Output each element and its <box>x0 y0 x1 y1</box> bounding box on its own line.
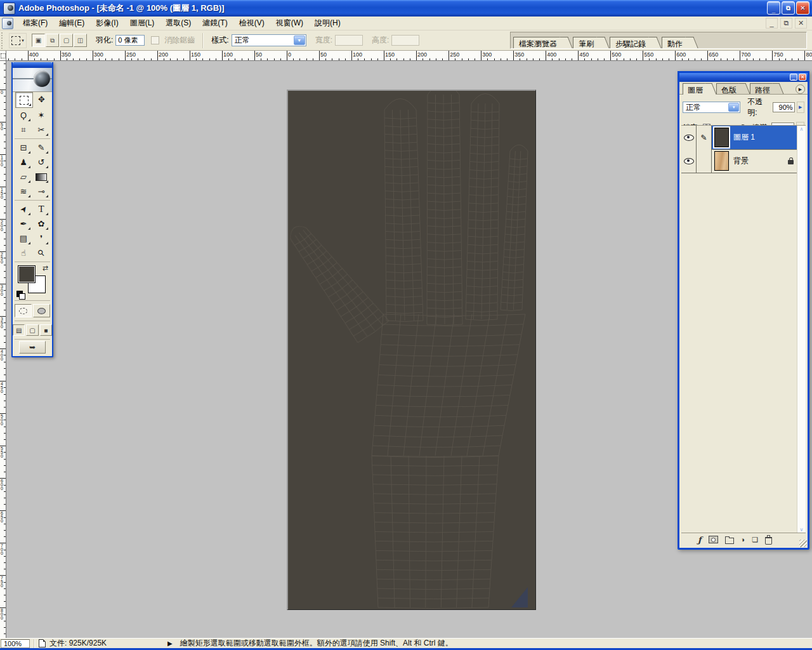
clone-stamp-tool[interactable]: ♟ <box>15 155 32 169</box>
layer-thumbnail[interactable] <box>714 128 729 147</box>
swap-colors-icon[interactable]: ⇄ <box>43 264 48 272</box>
move-tool[interactable]: ✥ <box>34 92 50 107</box>
layer-name[interactable]: 背景 <box>733 156 749 166</box>
tab-channels[interactable]: 色版 <box>716 83 745 94</box>
opacity-spinner[interactable]: ▶ <box>797 102 804 113</box>
layer-name[interactable]: 圖層 1 <box>733 132 755 143</box>
slice-tool[interactable]: ✂ <box>33 123 49 137</box>
magic-wand-tool[interactable]: ✶ <box>33 108 49 123</box>
photoshop-doc-icon[interactable] <box>2 18 13 29</box>
full-screen-menu-button[interactable]: ▢ <box>26 324 38 336</box>
layers-palette-title-bar[interactable]: _ ✕ <box>679 73 808 82</box>
notes-tool[interactable]: ▤ <box>15 231 32 246</box>
antialias-checkbox[interactable] <box>151 36 159 44</box>
current-tool-button[interactable]: ▾ <box>9 33 27 48</box>
add-layer-mask-button[interactable] <box>709 536 718 543</box>
menu-window[interactable]: 視窗(W) <box>270 17 309 30</box>
full-screen-button[interactable]: ■ <box>40 324 52 336</box>
crop-tool[interactable]: ⌗ <box>15 123 32 137</box>
menu-edit[interactable]: 編輯(E) <box>53 17 90 30</box>
blur-tool[interactable]: ≋ <box>15 184 32 199</box>
foreground-color-swatch[interactable] <box>18 265 36 283</box>
ruler-corner[interactable] <box>0 51 6 61</box>
zoom-level-input[interactable]: 100% <box>1 639 30 648</box>
quick-mask-mode-button[interactable] <box>33 304 50 317</box>
pen-tool[interactable]: ✒ <box>15 216 32 231</box>
subtract-selection-button[interactable]: ▢ <box>60 34 73 47</box>
restore-button[interactable]: ⧉ <box>782 1 795 15</box>
menu-help[interactable]: 說明(H) <box>309 17 346 30</box>
zoom-tool[interactable]: ⚲ <box>33 246 49 260</box>
options-grip[interactable] <box>1 32 6 49</box>
document-canvas[interactable] <box>287 90 536 610</box>
new-selection-button[interactable]: ▣ <box>32 34 45 47</box>
adjustment-layer-button[interactable]: ◑ <box>741 536 745 543</box>
palette-menu-button[interactable]: ▶ <box>796 84 805 94</box>
standard-screen-button[interactable]: ▤ <box>13 324 25 336</box>
path-selection-tool[interactable]: ➤ <box>15 202 32 216</box>
eraser-tool[interactable]: ▱ <box>15 169 32 184</box>
default-colors-icon[interactable] <box>16 291 25 298</box>
wireframe-hand-image[interactable] <box>288 91 535 609</box>
visibility-toggle[interactable] <box>681 126 697 149</box>
intersect-selection-button[interactable]: ◫ <box>74 34 87 47</box>
palette-resize-grip[interactable] <box>799 540 807 547</box>
add-selection-button[interactable]: ⧉ <box>46 34 59 47</box>
menu-filter[interactable]: 濾鏡(T) <box>197 17 233 30</box>
jump-to-imageready-button[interactable]: ➥ <box>19 341 46 354</box>
height-input[interactable] <box>391 35 419 46</box>
palette-close-button[interactable]: ✕ <box>799 74 806 81</box>
rectangular-marquee-tool[interactable] <box>15 92 33 108</box>
feather-input[interactable]: 0 像素 <box>115 35 145 46</box>
history-brush-tool[interactable]: ↺ <box>33 155 49 169</box>
delete-layer-button[interactable] <box>765 535 772 545</box>
document-sizes[interactable]: 文件: 925K/925K <box>49 638 107 649</box>
gradient-tool[interactable] <box>33 169 49 184</box>
new-group-button[interactable] <box>725 536 734 544</box>
palette-minimize-button[interactable]: _ <box>790 74 797 81</box>
style-dropdown-icon[interactable]: ▼ <box>294 36 305 45</box>
tab-paths[interactable]: 路徑 <box>750 83 778 94</box>
scroll-down-icon[interactable]: ∨ <box>797 527 806 533</box>
menu-layer[interactable]: 圖層(L) <box>124 17 160 30</box>
blend-mode-select[interactable]: 正常 ▼ <box>683 102 740 113</box>
style-select[interactable]: 正常 ▼ <box>232 34 306 46</box>
layer-row-layer1[interactable]: ✎ 圖層 1 <box>681 126 797 150</box>
layers-scrollbar[interactable]: ∧ ∨ <box>797 126 806 533</box>
layer-thumbnail[interactable] <box>714 151 729 171</box>
visibility-toggle[interactable] <box>681 149 697 173</box>
minimize-button[interactable]: _ <box>767 1 780 15</box>
brush-tool[interactable]: ✎ <box>33 140 49 155</box>
menu-view[interactable]: 檢視(V) <box>233 17 270 30</box>
tab-file-browser[interactable]: 檔案瀏覽器 <box>513 37 566 48</box>
width-input[interactable] <box>335 35 363 46</box>
healing-brush-tool[interactable]: ⊟ <box>15 140 32 155</box>
eyedropper-tool[interactable]: ❜ <box>33 231 49 246</box>
horizontal-ruler[interactable]: 4003503002502001501005005010015020025030… <box>6 51 812 61</box>
layer-row-background[interactable]: 背景 <box>681 149 797 173</box>
tab-actions[interactable]: 動作 <box>662 37 692 48</box>
custom-shape-tool[interactable]: ✿ <box>33 216 49 231</box>
hand-tool[interactable]: ☝ <box>15 246 32 260</box>
menu-select[interactable]: 選取(S) <box>160 17 197 30</box>
menu-image[interactable]: 影像(I) <box>90 17 124 30</box>
standard-mode-button[interactable] <box>15 304 32 317</box>
layer-style-button[interactable]: ƒ <box>698 535 702 545</box>
title-bar[interactable]: Adobe Photoshop - [未命名 -1 @ 100% (圖層 1, … <box>0 0 812 17</box>
toolbox-title-bar[interactable] <box>13 62 52 68</box>
link-indicator[interactable] <box>697 149 712 173</box>
tab-brushes[interactable]: 筆刷 <box>573 37 603 48</box>
dodge-tool[interactable]: ⊸ <box>33 184 49 199</box>
blend-mode-dropdown-icon[interactable]: ▼ <box>728 103 739 112</box>
tab-layers[interactable]: 圖層 <box>683 83 711 95</box>
opacity-input[interactable]: 90% <box>773 102 794 112</box>
tab-history[interactable]: 步驟記錄 <box>610 37 655 48</box>
close-button[interactable]: ✕ <box>796 1 809 15</box>
scroll-up-icon[interactable]: ∧ <box>797 126 806 132</box>
menu-file[interactable]: 檔案(F) <box>17 17 53 30</box>
doc-minimize-button[interactable]: _ <box>766 18 778 29</box>
vertical-ruler[interactable]: 05 01 0 01 5 02 0 02 5 03 0 03 5 04 0 04… <box>0 61 6 638</box>
type-tool[interactable]: T <box>33 202 49 216</box>
doc-restore-button[interactable]: ⧉ <box>780 18 792 29</box>
new-layer-button[interactable]: ❏ <box>752 536 758 544</box>
